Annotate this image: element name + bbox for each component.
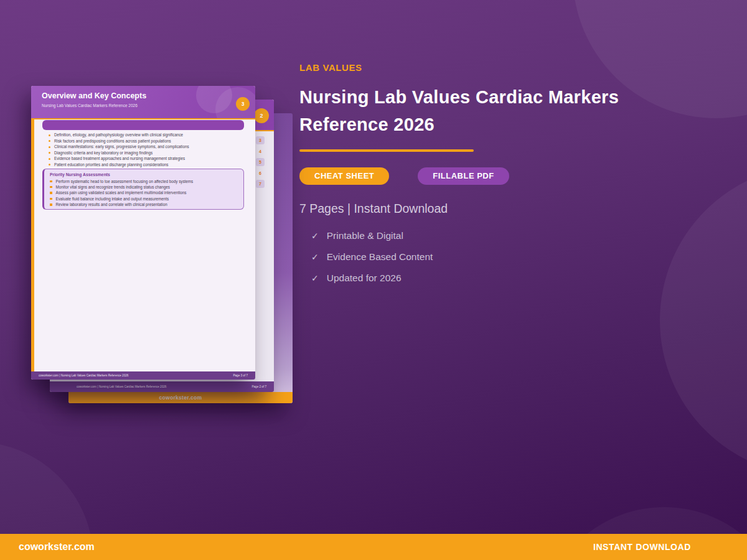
bullet-dot-icon <box>49 146 50 148</box>
page3-section-bar <box>42 120 244 130</box>
cover-brand-band: coworkster.com <box>68 392 293 403</box>
decor-circle-right <box>660 165 747 476</box>
priority-text: Monitor vital signs and recognize trends… <box>56 185 170 190</box>
page3-title: Overview and Key Concepts <box>42 91 146 100</box>
bullet-text: Definition, etiology, and pathophysiolog… <box>54 133 183 138</box>
bullet-item: Definition, etiology, and pathophysiolog… <box>49 133 242 139</box>
page3-footer-page-number: Page 3 of 7 <box>233 374 248 377</box>
product-title: Nursing Lab Values Cardiac Markers Refer… <box>299 83 698 138</box>
square-bullet-icon <box>50 203 52 206</box>
page2-footer-page-number: Page 2 of 7 <box>252 385 267 388</box>
toc-chip: 5 <box>256 158 265 166</box>
priority-box-title: Priority Nursing Assessments <box>50 172 238 177</box>
feature-item: ✓ Evidence Based Content <box>311 251 433 263</box>
page3-bullet-list: Definition, etiology, and pathophysiolog… <box>49 133 242 168</box>
toc-chip: 4 <box>256 147 265 156</box>
bullet-dot-icon <box>49 158 50 160</box>
toc-chip: 6 <box>256 169 265 177</box>
footer-brand-link[interactable]: coworkster.com <box>19 541 95 553</box>
bullet-dot-icon <box>49 152 50 154</box>
instant-download-cta[interactable]: INSTANT DOWNLOAD <box>593 542 691 552</box>
page3-number-badge: 3 <box>236 97 250 111</box>
feature-label: Evidence Based Content <box>327 251 433 263</box>
priority-item: Evaluate fluid balance including intake … <box>50 197 238 202</box>
page3-footer: coworkster.com | Nursing Lab Values Card… <box>31 371 255 380</box>
bullet-dot-icon <box>49 134 50 136</box>
bottom-bar: coworkster.com INSTANT DOWNLOAD <box>0 534 747 560</box>
priority-item: Perform systematic head to toe assessmen… <box>50 179 238 185</box>
bullet-item: Risk factors and predisposing conditions… <box>49 139 242 145</box>
priority-text: Assess pain using validated scales and i… <box>56 190 187 195</box>
priority-text: Perform systematic head to toe assessmen… <box>56 179 194 184</box>
bullet-text: Evidence based treatment approaches and … <box>54 156 185 161</box>
page2-footer-left: coworkster.com | Nursing Lab Values Card… <box>77 385 166 388</box>
bullet-text: Risk factors and predisposing conditions… <box>54 139 171 144</box>
feature-item: ✓ Updated for 2026 <box>311 272 433 284</box>
preview-sheet-page3: Overview and Key Concepts Nursing Lab Va… <box>31 86 255 380</box>
priority-text: Review laboratory results and correlate … <box>56 202 167 207</box>
check-icon: ✓ <box>311 273 319 283</box>
page-background: coworkster.com 2 3 4 5 6 7 coworkster.co… <box>0 0 747 560</box>
page2-toc-numbers: 3 4 5 6 7 <box>256 136 266 191</box>
product-title-line1: Nursing Lab Values Cardiac Markers <box>299 83 698 111</box>
bullet-text: Clinical manifestations: early signs, pr… <box>54 144 189 149</box>
product-title-line2: Reference 2026 <box>299 111 698 138</box>
cheat-sheet-badge: CHEAT SHEET <box>299 167 389 185</box>
page2-footer: coworkster.com | Nursing Lab Values Card… <box>50 381 274 392</box>
toc-chip: 3 <box>256 136 265 144</box>
accent-divider <box>299 149 474 152</box>
feature-label: Printable & Digital <box>327 230 403 241</box>
page3-subtitle: Nursing Lab Values Cardiac Markers Refer… <box>42 103 138 108</box>
badge-row: CHEAT SHEET FILLABLE PDF <box>299 167 509 185</box>
category-label: LAB VALUES <box>299 62 362 73</box>
check-icon: ✓ <box>311 231 319 241</box>
square-bullet-icon <box>50 180 52 183</box>
bullet-item: Diagnostic criteria and key laboratory o… <box>49 151 242 157</box>
feature-item: ✓ Printable & Digital <box>311 230 433 242</box>
fillable-pdf-badge: FILLABLE PDF <box>418 167 509 185</box>
bullet-text: Patient education priorities and dischar… <box>54 162 168 167</box>
check-icon: ✓ <box>311 252 319 262</box>
pages-meta-text: 7 Pages | Instant Download <box>299 202 448 216</box>
priority-item: Monitor vital signs and recognize trends… <box>50 185 238 190</box>
bullet-dot-icon <box>49 164 50 166</box>
priority-item: Review laboratory results and correlate … <box>50 202 238 208</box>
priority-item: Assess pain using validated scales and i… <box>50 190 238 196</box>
bullet-text: Diagnostic criteria and key laboratory o… <box>54 151 153 156</box>
feature-label: Updated for 2026 <box>327 273 402 284</box>
square-bullet-icon <box>50 192 52 194</box>
bullet-item: Evidence based treatment approaches and … <box>49 156 242 162</box>
square-bullet-icon <box>50 186 52 189</box>
bullet-item: Patient education priorities and dischar… <box>49 162 242 169</box>
feature-list: ✓ Printable & Digital ✓ Evidence Based C… <box>311 230 433 293</box>
bullet-dot-icon <box>49 140 50 142</box>
page3-footer-left: coworkster.com | Nursing Lab Values Card… <box>39 374 128 377</box>
page3-header: Overview and Key Concepts Nursing Lab Va… <box>31 86 255 118</box>
square-bullet-icon <box>50 198 52 200</box>
bullet-item: Clinical manifestations: early signs, pr… <box>49 144 242 151</box>
priority-assessments-box: Priority Nursing Assessments Perform sys… <box>42 169 244 210</box>
page3-body: Definition, etiology, and pathophysiolog… <box>31 118 255 371</box>
priority-text: Evaluate fluid balance including intake … <box>56 197 169 202</box>
page2-number-badge: 2 <box>254 108 269 123</box>
toc-chip: 7 <box>256 180 265 188</box>
